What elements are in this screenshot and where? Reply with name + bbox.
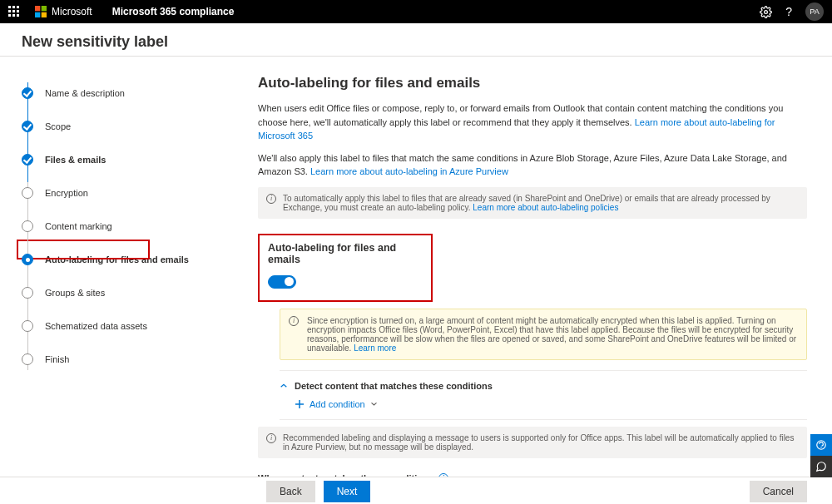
footer: Back Next Cancel (0, 477, 832, 504)
step-dot (22, 121, 33, 132)
info-recommended-labeling: i Recommended labeling and displaying a … (258, 427, 807, 458)
brand-text: Microsoft (52, 6, 92, 17)
page-header: New sensitivity label (0, 23, 832, 56)
link-learn-policies[interactable]: Learn more about auto-labeling policies (473, 203, 618, 212)
svg-rect-1 (42, 6, 47, 11)
page-title: New sensitivity label (22, 33, 810, 51)
step-scope[interactable]: Scope (22, 110, 240, 143)
step-label: Scope (45, 121, 71, 131)
step-dot (22, 287, 33, 299)
step-dot (22, 353, 33, 365)
step-files-emails[interactable]: Files & emails (22, 143, 240, 176)
svg-point-4 (765, 10, 768, 13)
floating-actions (810, 434, 832, 477)
step-label: Content marking (45, 221, 112, 231)
app-launcher-icon[interactable] (8, 6, 20, 17)
auto-labeling-toggle-section: Auto-labeling for files and emails (258, 234, 433, 302)
step-groups-sites[interactable]: Groups & sites (22, 276, 240, 309)
add-condition-button[interactable]: Add condition (295, 399, 807, 409)
chevron-down-icon (370, 400, 378, 408)
divider (280, 370, 807, 371)
chevron-up-icon (280, 382, 288, 390)
svg-rect-2 (35, 12, 40, 17)
intro-paragraph-2: We'll also apply this label to files tha… (258, 151, 807, 179)
content: Auto-labeling for files and emails When … (250, 57, 832, 477)
info-icon: i (289, 316, 299, 326)
conditions-expander[interactable]: Detect content that matches these condit… (280, 376, 807, 396)
step-label: Auto-labeling for files and emails (45, 254, 189, 264)
when-conditions-label: When content matches these conditions i (258, 473, 807, 477)
step-label: Groups & sites (45, 288, 105, 298)
avatar[interactable]: PA (805, 2, 824, 21)
step-name-description[interactable]: Name & description (22, 77, 240, 110)
step-auto-labeling-for-files-and-emails[interactable]: Auto-labeling for files and emails (22, 243, 240, 276)
info-icon: i (266, 433, 276, 443)
help-icon[interactable]: ? (785, 5, 792, 18)
svg-rect-0 (35, 6, 40, 11)
step-label: Encryption (45, 188, 88, 198)
info-saved-files: i To automatically apply this label to f… (258, 187, 807, 219)
info-icon[interactable]: i (438, 473, 448, 477)
back-button[interactable]: Back (266, 481, 315, 502)
cancel-button[interactable]: Cancel (750, 481, 807, 502)
expander-title: Detect content that matches these condit… (295, 381, 493, 391)
divider (280, 419, 807, 420)
step-dot (22, 154, 33, 166)
topbar: Microsoft Microsoft 365 compliance ? PA (0, 0, 832, 23)
step-label: Finish (45, 354, 69, 364)
step-dot (22, 254, 33, 265)
step-dot (22, 220, 33, 232)
step-schematized-data-assets[interactable]: Schematized data assets (22, 309, 240, 343)
main: Name & descriptionScopeFiles & emailsEnc… (0, 56, 832, 477)
ms-logo: Microsoft (35, 6, 92, 17)
toggle-title: Auto-labeling for files and emails (268, 242, 423, 265)
step-dot (22, 320, 33, 332)
next-button[interactable]: Next (324, 481, 371, 502)
step-dot (22, 187, 33, 199)
encryption-warning: i Since encryption is turned on, a large… (280, 309, 807, 360)
svg-rect-3 (42, 12, 47, 17)
intro-paragraph-1: When users edit Office files or compose,… (258, 101, 807, 143)
link-learn-encryption[interactable]: Learn more (354, 343, 396, 353)
step-dot (22, 87, 33, 99)
feedback-icon[interactable] (810, 434, 832, 456)
step-label: Files & emails (45, 155, 106, 165)
link-learn-purview[interactable]: Learn more about auto-labeling in Azure … (310, 166, 508, 176)
chat-icon[interactable] (810, 456, 832, 477)
gear-icon[interactable] (760, 6, 772, 18)
info-icon: i (266, 194, 276, 204)
step-label: Name & description (45, 88, 125, 98)
step-content-marking[interactable]: Content marking (22, 210, 240, 243)
step-encryption[interactable]: Encryption (22, 176, 240, 210)
sidebar-stepper: Name & descriptionScopeFiles & emailsEnc… (0, 57, 250, 477)
plus-icon (295, 399, 305, 409)
app-name: Microsoft 365 compliance (112, 6, 235, 17)
step-label: Schematized data assets (45, 321, 147, 331)
content-heading: Auto-labeling for files and emails (258, 75, 807, 91)
step-finish[interactable]: Finish (22, 343, 240, 376)
auto-labeling-toggle[interactable] (268, 275, 296, 289)
